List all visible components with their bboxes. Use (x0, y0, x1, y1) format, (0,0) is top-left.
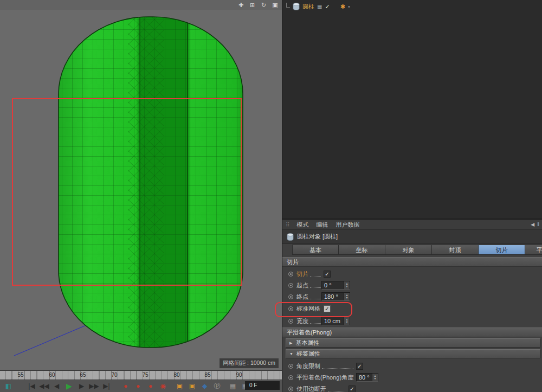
prev-key-icon[interactable]: ◀◀ (38, 380, 50, 392)
param-row-standard-mesh: 标准网格 ✓ (282, 303, 542, 314)
slice-checkbox[interactable]: ✓ (324, 271, 331, 278)
spinner-down-icon[interactable]: ▾ (346, 297, 347, 299)
spinner-arrows[interactable]: ▴ ▾ (344, 281, 350, 289)
object-title-text: 圆柱对象 [圆柱] (297, 233, 338, 241)
param-label-start: 起点 (296, 281, 308, 290)
cylinder-icon (287, 233, 294, 241)
spinner-down-icon[interactable]: ▾ (346, 321, 347, 324)
end-angle-input[interactable]: 180 ° ▴ ▾ (321, 292, 350, 301)
triangle-right-icon: ▶ (289, 341, 292, 345)
current-frame-field[interactable]: 0 F (245, 381, 280, 390)
panel-bars-icon[interactable]: ‖ (537, 222, 539, 227)
object-label[interactable]: 圆柱 (302, 3, 314, 11)
timeline-ruler[interactable]: 55 60 65 70 75 80 85 90 (0, 370, 282, 380)
keyframe-selection-icon[interactable]: ▣ (186, 380, 198, 392)
tab-caps[interactable]: 封顶 (432, 245, 479, 255)
group-label-tag: 标签属性 (296, 350, 320, 358)
start-angle-value[interactable]: 0 ° (322, 281, 344, 289)
snap-grid-icon[interactable]: ▦ (227, 380, 239, 392)
attribute-object-title: 圆柱对象 [圆柱] (282, 230, 542, 244)
spinner-down-icon[interactable]: ▾ (346, 285, 347, 288)
param-row-edge-breaks: 使用边断开 ✓ (282, 383, 542, 392)
tab-phong[interactable]: 平滑着色 (525, 245, 542, 255)
ik-icon[interactable]: ◆ (198, 380, 211, 392)
end-angle-value[interactable]: 180 ° (322, 293, 344, 300)
angle-limit-checkbox[interactable]: ✓ (356, 363, 363, 370)
record-scale-icon[interactable]: ● (132, 380, 144, 392)
ruler-tick: 80 (170, 372, 183, 378)
param-label-slice: 切片 (296, 270, 308, 278)
spinner-arrows[interactable]: ▴ ▾ (372, 374, 378, 381)
keyframe-circle[interactable] (288, 364, 293, 369)
param-label-end: 终点 (296, 293, 308, 301)
menu-edit[interactable]: 编辑 (316, 221, 328, 229)
standard-mesh-checkbox[interactable]: ✓ (324, 305, 331, 312)
keyframe-circle[interactable] (288, 294, 293, 299)
zoom-icon[interactable]: ⊞ (249, 1, 256, 9)
layer-toggle-icon[interactable]: ▦ (317, 4, 322, 10)
keyframe-circle[interactable] (288, 319, 293, 324)
keyframe-circle[interactable] (288, 375, 293, 380)
tab-object[interactable]: 对象 (385, 245, 432, 255)
record-parameter-icon[interactable]: ◉ (157, 380, 169, 392)
menu-userdata[interactable]: 用户数据 (335, 221, 359, 229)
keyframe-circle[interactable] (288, 387, 293, 391)
param-label-angle-limit: 角度限制 (296, 362, 320, 370)
goto-start-icon[interactable]: |◀ (25, 380, 38, 392)
tab-slice[interactable]: 切片 (479, 245, 525, 255)
phong-angle-value[interactable]: 80 ° (357, 374, 372, 381)
group-basic-properties[interactable]: ▶ 基本属性 (286, 338, 540, 348)
triangle-down-icon: ▼ (289, 352, 293, 356)
viewport-nav-icons: ✚ ⊞ ↻ ▣ (237, 1, 279, 9)
object-row-cylinder[interactable]: 圆柱 ▦ ✓ ✱ • (286, 2, 350, 11)
enabled-check-icon[interactable]: ✓ (325, 3, 330, 10)
autokey-icon[interactable]: ▣ (173, 380, 186, 392)
rotate-icon[interactable]: ↻ (260, 1, 267, 9)
section-header-phong: 平滑着色(Phong) (282, 327, 542, 337)
solo-icon[interactable]: Ⓟ (211, 380, 223, 392)
menu-mode[interactable]: 模式 (296, 221, 308, 229)
keyframe-circle[interactable] (288, 283, 293, 288)
group-tag-properties[interactable]: ▼ 标签属性 (286, 349, 540, 358)
pan-icon[interactable]: ✚ (237, 1, 244, 9)
phong-angle-input[interactable]: 80 ° ▴ ▾ (356, 373, 378, 382)
model-axis-icon[interactable]: ◧ (2, 380, 15, 392)
collapse-left-icon[interactable]: ◀ (531, 222, 534, 227)
next-key-icon[interactable]: ▶▶ (88, 380, 100, 392)
keyframe-circle[interactable] (288, 306, 293, 311)
check-icon: ✓ (349, 386, 355, 392)
param-row-width: 宽度 10 cm ▴ ▾ (282, 316, 542, 326)
section-header-slice: 切片 (282, 257, 542, 267)
goto-end-icon[interactable]: ▶| (100, 380, 113, 392)
grip-icon[interactable]: ⠿ (286, 222, 289, 228)
record-rotation-icon[interactable]: ● (144, 380, 157, 392)
world-axis-line (14, 323, 91, 356)
spinner-arrows[interactable]: ▴ ▾ (344, 293, 350, 300)
ruler-tick: 70 (108, 372, 121, 378)
spinner-arrows[interactable]: ▴ ▾ (344, 317, 350, 325)
record-position-icon[interactable]: ● (119, 380, 132, 392)
width-input[interactable]: 10 cm ▴ ▾ (321, 317, 350, 325)
dotted-leader (310, 272, 321, 277)
check-icon: ✓ (324, 306, 330, 312)
ruler-tick: 75 (139, 372, 152, 378)
viewport-3d[interactable]: ✚ ⊞ ↻ ▣ 网格间距 : 10000 cm (0, 0, 282, 370)
maximize-icon[interactable]: ▣ (272, 1, 279, 9)
dotted-leader (322, 364, 353, 369)
spinner-down-icon[interactable]: ▾ (374, 377, 376, 380)
tab-coordinates[interactable]: 坐标 (339, 245, 385, 255)
param-label-width: 宽度 (296, 317, 308, 325)
object-manager: 圆柱 ▦ ✓ ✱ • (282, 0, 542, 219)
start-angle-input[interactable]: 0 ° ▴ ▾ (321, 281, 350, 290)
width-value[interactable]: 10 cm (322, 317, 344, 325)
texture-tag-icon[interactable]: ✱ (340, 3, 345, 10)
tab-basic[interactable]: 基本 (292, 245, 339, 255)
next-frame-icon[interactable]: ▶ (75, 380, 88, 392)
edge-breaks-checkbox[interactable]: ✓ (349, 385, 356, 392)
prev-frame-icon[interactable]: ◀ (50, 380, 63, 392)
ruler-tick: 60 (46, 372, 59, 378)
right-panel: 圆柱 ▦ ✓ ✱ • ⠿ 模式 编辑 用户数据 ◀ ‖ 圆柱对象 [圆柱] (282, 0, 542, 392)
keyframe-circle[interactable] (288, 272, 293, 277)
check-icon: ✓ (357, 363, 363, 369)
play-icon[interactable]: ▶ (63, 380, 75, 392)
